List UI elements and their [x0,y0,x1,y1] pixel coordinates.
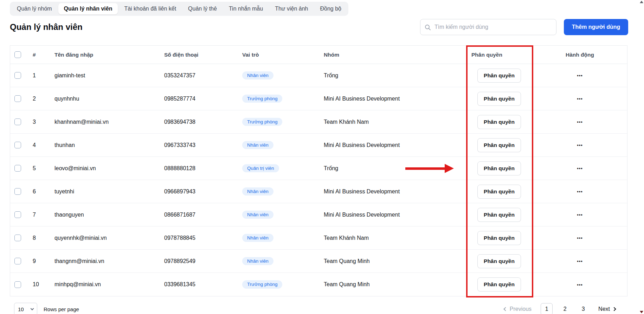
row-index: 4 [27,142,49,148]
previous-button[interactable]: Previous [504,306,532,312]
row-checkbox[interactable] [14,142,21,148]
next-button[interactable]: Next [598,306,616,312]
role-badge: Nhân viên [242,141,273,149]
row-checkbox[interactable] [14,95,21,102]
chevron-down-icon [31,307,34,310]
checkbox-cell [10,281,27,288]
tab-5[interactable]: Thư viện ảnh [269,3,314,14]
tab-1[interactable]: Quản lý nhân viên [58,3,118,14]
checkbox-cell [10,258,27,264]
tab-2[interactable]: Tài khoản đã liên kết [118,3,182,14]
table-row: 4thunhan0967333743Nhân viênMini AI Busin… [10,134,627,157]
pagination-pages: 123 [541,303,589,314]
permission-button[interactable]: Phân quyền [477,231,521,245]
next-label: Next [598,306,610,312]
permission-button[interactable]: Phân quyền [477,254,521,268]
row-role-cell: Nhân viên [237,211,318,219]
row-role-cell: Nhân viên [237,234,318,242]
row-checkbox[interactable] [14,258,21,264]
actions-cell: ••• [533,119,627,124]
tab-0[interactable]: Quản lý nhóm [11,3,58,14]
row-actions-icon[interactable]: ••• [577,119,583,124]
actions-cell: ••• [533,142,627,148]
permission-cell: Phân quyền [466,208,533,222]
permission-button[interactable]: Phân quyền [477,138,521,152]
table-footer: 10 Rows per page Previous 123 Next [10,303,627,314]
column-header: Vai trò [237,52,318,58]
checkbox-cell [10,72,27,79]
role-badge: Nhân viên [242,211,273,219]
actions-cell: ••• [533,235,627,241]
table-row: 10minhpq@miniai.vn0339681345Trưởng phòng… [10,273,627,296]
row-actions-icon[interactable]: ••• [577,282,583,287]
row-actions-icon[interactable]: ••• [577,235,583,241]
row-actions-icon[interactable]: ••• [577,212,583,217]
row-checkbox[interactable] [14,118,21,125]
permission-button[interactable]: Phân quyền [477,277,521,291]
row-actions-icon[interactable]: ••• [577,73,583,78]
tab-6[interactable]: Đồng bộ [314,3,347,14]
checkbox-cell [10,95,27,102]
permission-button[interactable]: Phân quyền [477,208,521,222]
row-phone: 0966897943 [159,188,237,195]
scroll-down-icon[interactable] [640,311,643,313]
row-index: 10 [27,281,49,288]
row-username: quyennhk@miniai.vn [49,235,159,241]
tab-4[interactable]: Tin nhắn mẫu [223,3,269,14]
tab-3[interactable]: Quản lý thẻ [182,3,223,14]
row-phone: 0353247357 [159,72,237,79]
permission-button[interactable]: Phân quyền [477,115,521,129]
rows-per-page-value: 10 [18,306,24,312]
select-all-checkbox[interactable] [14,51,21,58]
actions-cell: ••• [533,73,627,78]
row-checkbox[interactable] [14,235,21,241]
permission-button[interactable]: Phân quyền [477,161,521,175]
table-row: 5leovo@miniai.vn0888880128Quản trị viênT… [10,157,627,180]
rows-per-page-select[interactable]: 10 [14,303,37,314]
scroll-up-icon[interactable] [640,1,643,3]
row-checkbox[interactable] [14,211,21,218]
row-actions-icon[interactable]: ••• [577,166,583,171]
row-group: Mini AI Business Development [318,212,466,218]
search-icon [425,24,431,31]
row-actions-icon[interactable]: ••• [577,96,583,101]
row-checkbox[interactable] [14,165,21,172]
role-badge: Nhân viên [242,71,273,80]
actions-cell: ••• [533,166,627,171]
add-user-button[interactable]: Thêm người dùng [564,19,628,35]
row-group: Team Quang Minh [318,258,466,264]
row-actions-icon[interactable]: ••• [577,258,583,264]
permission-cell: Phân quyền [466,161,533,175]
row-actions-icon[interactable]: ••• [577,142,583,148]
row-checkbox[interactable] [14,281,21,288]
row-checkbox[interactable] [14,72,21,79]
row-index: 7 [27,212,49,218]
pagination-page-1[interactable]: 1 [541,303,553,314]
row-checkbox[interactable] [14,188,21,195]
permission-button[interactable]: Phân quyền [477,69,521,83]
pagination-page-3[interactable]: 3 [577,303,589,314]
rows-per-page-label: Rows per page [44,306,79,312]
pagination-page-2[interactable]: 2 [559,303,571,314]
permission-button[interactable]: Phân quyền [477,185,521,199]
checkbox-cell [10,118,27,125]
checkbox-cell [10,188,27,195]
column-header: Phân quyền [466,52,533,58]
actions-cell: ••• [533,189,627,194]
permission-cell: Phân quyền [466,277,533,291]
row-group: Mini AI Business Development [318,142,466,148]
permission-cell: Phân quyền [466,115,533,129]
table-body: 1giaminh-test0353247357Nhân viênTrốngPhâ… [10,64,627,296]
row-role-cell: Nhân viên [237,71,318,80]
row-role-cell: Quản trị viên [237,164,318,173]
role-badge: Trưởng phòng [242,280,282,289]
permission-button[interactable]: Phân quyền [477,92,521,106]
row-index: 1 [27,72,49,79]
row-actions-icon[interactable]: ••• [577,189,583,194]
table-row: 6tuyetnhi0966897943Nhân viênMini AI Busi… [10,180,627,203]
tab-bar: Quản lý nhómQuản lý nhân viênTài khoản đ… [10,2,348,16]
search-input[interactable] [420,19,556,35]
scrollbar[interactable] [640,0,644,314]
select-all-cell [10,51,27,58]
row-phone: 0339681345 [159,281,237,288]
